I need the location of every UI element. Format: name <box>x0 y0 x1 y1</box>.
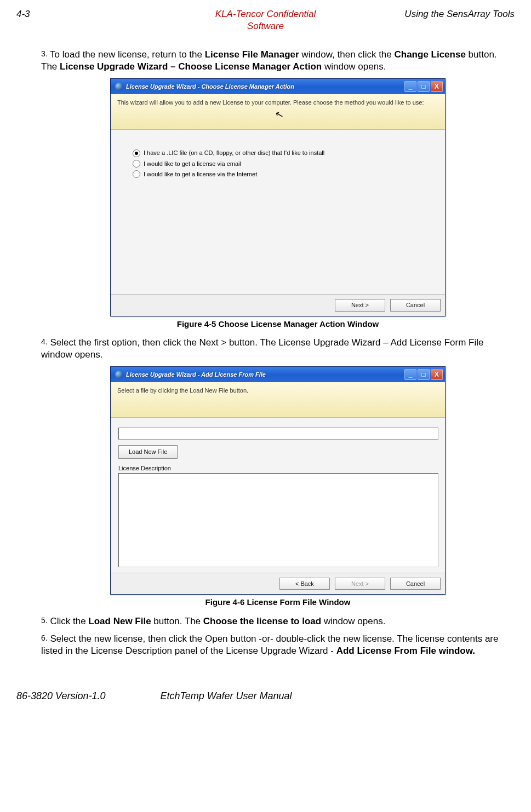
page-header: 4-3 KLA-Tencor Confidential Software Usi… <box>16 8 515 32</box>
close-button[interactable]: X <box>431 369 443 380</box>
step-4-text: Select the first option, then click the … <box>41 337 484 360</box>
t: Change License <box>395 49 466 60</box>
step-4-num: 4. <box>41 337 48 346</box>
t: Click the <box>50 616 88 626</box>
maximize-button[interactable]: □ <box>418 369 430 380</box>
option-internet[interactable]: I would like to get a license via the In… <box>133 170 423 178</box>
titlebar[interactable]: License Upgrade Wizard - Add License Fro… <box>111 367 445 382</box>
t: window opens. <box>321 616 385 626</box>
window-title: License Upgrade Wizard - Add License Fro… <box>126 371 404 378</box>
page-footer: 86-3820 Version-1.0 EtchTemp Wafer User … <box>16 690 515 702</box>
file-path-field[interactable] <box>118 428 438 440</box>
footer-left: 86-3820 Version-1.0 <box>16 690 105 702</box>
step-5-text: Click the Load New File button. The Choo… <box>50 616 385 626</box>
next-button[interactable]: Next > <box>335 578 385 590</box>
cancel-button[interactable]: Cancel <box>390 578 441 590</box>
minimize-button[interactable]: _ <box>404 369 416 380</box>
step-5-num: 5. <box>41 616 48 625</box>
cancel-button[interactable]: Cancel <box>390 299 441 311</box>
button-bar: < Back Next > Cancel <box>111 573 445 594</box>
close-button[interactable]: X <box>431 81 443 92</box>
license-description-label: License Description <box>118 464 437 472</box>
t: To load the new license, return to the <box>50 49 205 60</box>
banner-text: This wizard will allow you to add a new … <box>117 99 424 106</box>
t: Load New File <box>88 616 151 626</box>
t: Choose the license to load <box>203 616 321 626</box>
step-6-text: Select the new license, then click the O… <box>41 634 498 656</box>
footer-center: EtchTemp Wafer User Manual <box>160 690 292 702</box>
maximize-button[interactable]: □ <box>418 81 430 92</box>
load-new-file-button[interactable]: Load New File <box>118 445 178 458</box>
t: Add License From File window. <box>336 646 475 656</box>
radio-icon[interactable] <box>133 160 140 168</box>
app-icon <box>115 83 123 90</box>
t: License File Manager <box>205 49 299 60</box>
option-email[interactable]: I would like to get a license via email <box>133 160 423 168</box>
app-icon <box>115 371 123 378</box>
banner-text: Select a file by clicking the Load New F… <box>117 387 248 394</box>
step-3-text: To load the new license, return to the L… <box>41 49 497 72</box>
option-label: I would like to get a license via email <box>144 160 241 168</box>
header-center-1: KLA-Tencor Confidential <box>215 9 316 19</box>
step-5: 5. Click the Load New File button. The C… <box>41 615 515 627</box>
radio-icon[interactable] <box>133 170 140 178</box>
header-center-2: Software <box>247 21 284 31</box>
cursor-icon: ↖ <box>273 108 285 122</box>
dialog-choose-action: License Upgrade Wizard - Choose License … <box>110 78 446 316</box>
option-lic-file[interactable]: I have a .LIC file (on a CD, floppy, or … <box>133 149 423 157</box>
button-bar: Next > Cancel <box>111 294 445 315</box>
option-label: I have a .LIC file (on a CD, floppy, or … <box>144 149 324 157</box>
wizard-banner: This wizard will allow you to add a new … <box>111 94 445 130</box>
step-6-num: 6. <box>41 634 48 642</box>
step-6: 6. Select the new license, then click th… <box>41 633 515 657</box>
wizard-body: I have a .LIC file (on a CD, floppy, or … <box>111 130 445 294</box>
radio-icon[interactable] <box>133 149 140 157</box>
t: window opens. <box>322 61 386 72</box>
t: window, then click the <box>299 49 395 60</box>
wizard-body: Load New File License Description <box>111 418 445 573</box>
step-4: 4. Select the first option, then click t… <box>41 337 515 361</box>
window-title: License Upgrade Wizard - Choose License … <box>126 83 404 90</box>
step-3-num: 3. <box>41 49 48 58</box>
step-3: 3. To load the new license, return to th… <box>41 49 515 73</box>
titlebar[interactable]: License Upgrade Wizard - Choose License … <box>111 79 445 94</box>
next-button[interactable]: Next > <box>335 299 385 311</box>
license-description-box[interactable] <box>118 473 438 567</box>
figure-4-6-caption: Figure 4-6 License Form File Window <box>41 597 515 608</box>
header-center: KLA-Tencor Confidential Software <box>182 8 349 32</box>
header-right: Using the SensArray Tools <box>349 8 515 20</box>
t: button. The <box>151 616 203 626</box>
figure-4-5-caption: Figure 4-5 Choose License Manager Action… <box>41 319 515 330</box>
header-left: 4-3 <box>16 8 182 20</box>
t: License Upgrade Wizard – Choose License … <box>60 61 322 72</box>
dialog-add-from-file: License Upgrade Wizard - Add License Fro… <box>110 366 446 595</box>
minimize-button[interactable]: _ <box>404 81 416 92</box>
back-button[interactable]: < Back <box>279 578 330 590</box>
wizard-banner: Select a file by clicking the Load New F… <box>111 382 445 418</box>
option-label: I would like to get a license via the In… <box>144 170 257 178</box>
